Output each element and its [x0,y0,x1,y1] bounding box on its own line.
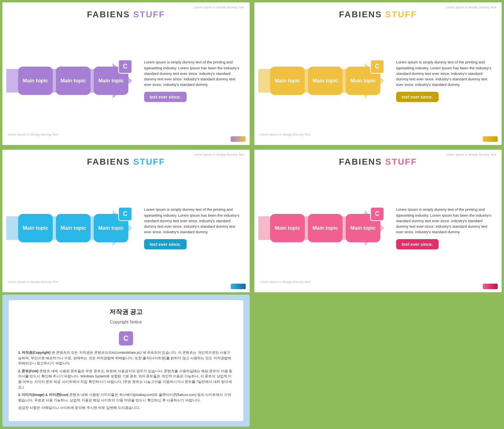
copyright-footer: 궁금한 사항은 이메일이나 사이트에 문의해 주시면 바로 답변해 드리겠습니다… [18,405,234,411]
topic-box-2-purple: Main topic [56,67,91,95]
slide-blue: Lorem Ipsum is Simply Dummy Text FABIENS… [2,150,250,292]
slide-content-yellow: Main topic Main topic Main topic C Lorem… [262,22,494,139]
watermark-top-pink: Lorem Ipsum is Simply Dummy Text [446,153,496,156]
arrow-boxes-blue: Main topic Main topic Main topic C [10,206,136,250]
topic-box-3-blue: Main topic C [94,214,128,242]
topic-box-1-yellow: Main topic [270,67,305,95]
section1-body: 본 콘텐츠의 모든 저작권은 콘텐츠닷피씨(contentshare.pc) 에… [18,351,231,365]
watermark-bottom-pink: Lorem Ipsum is Simply Dummy Text [260,280,310,284]
copyright-subtitle: Copyright Notice [18,319,234,324]
copyright-body: 1. 저작권(Copyright) 본 콘텐츠의 모든 저작권은 콘텐츠닷피씨(… [18,350,234,413]
corner-badge-pink [483,284,498,289]
boxes-row-pink: Main topic Main topic Main topic C [270,214,380,242]
slide-title-blue: FABIENS STUFF [10,157,242,167]
lorem-purple: Lorem Ipsum is simply dummy text of the … [144,59,242,87]
watermark-bottom-blue: Lorem Ipsum is Simply Dummy Text [8,280,58,284]
slide-yellow: Lorem Ipsum is Simply Dummy Text FABIENS… [254,2,502,145]
watermark-top-blue: Lorem Ipsum is Simply Dummy Text [194,153,244,156]
topic-box-1-pink: Main topic [270,214,305,242]
topic-box-1-purple: Main topic [18,67,53,95]
text-section-yellow: Lorem Ipsum is simply dummy text of the … [392,59,494,102]
copyright-icon-area: C [18,331,234,345]
section2-body: 콘텐츠 내에 사용된 폰트들은 무료 폰트도, 유료에 사용금지의 경우가 있습… [18,369,232,389]
slide-pink: Lorem Ipsum is Simply Dummy Text FABIENS… [254,150,502,292]
topic-box-2-blue: Main topic [56,214,91,242]
section3-title: 3. 이미지(Image) & 아이콘(Icon) [18,393,69,397]
watermark-bottom-yellow: Lorem Ipsum is Simply Dummy Text [260,133,310,136]
slide-content-pink: Main topic Main topic Main topic C Lorem… [262,169,494,287]
lorem-blue: Lorem Ipsum is simply dummy text of the … [144,207,242,235]
corner-badge-blue [231,284,246,289]
boxes-row-blue: Main topic Main topic Main topic C [18,214,128,242]
topic-box-1-blue: Main topic [18,214,53,242]
slide-content-purple: Main topic Main topic Main topic C Lorem… [10,22,242,139]
lorem-yellow: Lorem Ipsum is simply dummy text of the … [396,59,494,87]
section2-title: 2. 폰트(Font) [18,369,39,373]
slide-title-yellow: FABIENS STUFF [262,9,494,20]
watermark-top-purple: Lorem Ipsum is Simply Dummy Text [194,6,244,9]
lorem-pink: Lorem Ipsum is simply dummy text of the … [396,207,494,235]
text-section-purple: Lorem Ipsum is simply dummy text of the … [140,59,242,102]
topic-box-2-yellow: Main topic [308,67,343,95]
topic-box-2-pink: Main topic [308,214,343,242]
c-logo-icon: C [119,331,133,345]
icon-box-yellow: C [370,59,384,74]
arrow-boxes-yellow: Main topic Main topic Main topic C [262,59,388,102]
boxes-row-yellow: Main topic Main topic Main topic C [270,67,380,95]
topic-box-3-purple: Main topic C [94,67,128,95]
cta-purple[interactable]: text ever since. [144,92,187,102]
text-section-blue: Lorem Ipsum is simply dummy text of the … [140,207,242,249]
boxes-row-purple: Main topic Main topic Main topic C [18,67,128,95]
copyright-panel: 저작권 공고 Copyright Notice C 1. 저작권(Copyrig… [2,295,250,427]
arrow-boxes-pink: Main topic Main topic Main topic C [262,206,388,250]
icon-box-blue: C [118,207,132,221]
cta-yellow[interactable]: text ever since. [396,92,439,102]
slide-content-blue: Main topic Main topic Main topic C Lorem… [10,169,242,287]
copyright-inner: 저작권 공고 Copyright Notice C 1. 저작권(Copyrig… [9,300,243,421]
section1-title: 1. 저작권(Copyright) [18,351,50,355]
copyright-title: 저작권 공고 [18,308,234,316]
corner-badge-yellow [483,136,498,142]
slide-purple: Lorem Ipsum is Simply Dummy Text FABIENS… [2,2,250,145]
icon-box-purple: C [118,59,132,74]
topic-box-3-pink: Main topic C [346,214,380,242]
cta-pink[interactable]: text ever since. [396,239,439,249]
slide-title-purple: FABIENS STUFF [10,9,242,20]
topic-box-3-yellow: Main topic C [346,67,380,95]
green-panel [254,295,502,427]
cta-blue[interactable]: text ever since. [144,239,187,249]
text-section-pink: Lorem Ipsum is simply dummy text of the … [392,207,494,249]
slide-title-pink: FABIENS STUFF [262,157,494,167]
watermark-top-yellow: Lorem Ipsum is Simply Dummy Text [446,6,496,9]
arrow-boxes-purple: Main topic Main topic Main topic C [10,59,136,102]
corner-badge-purple [231,136,246,142]
icon-box-pink: C [370,207,384,221]
watermark-bottom-purple: Lorem Ipsum is Simply Dummy Text [8,133,58,136]
